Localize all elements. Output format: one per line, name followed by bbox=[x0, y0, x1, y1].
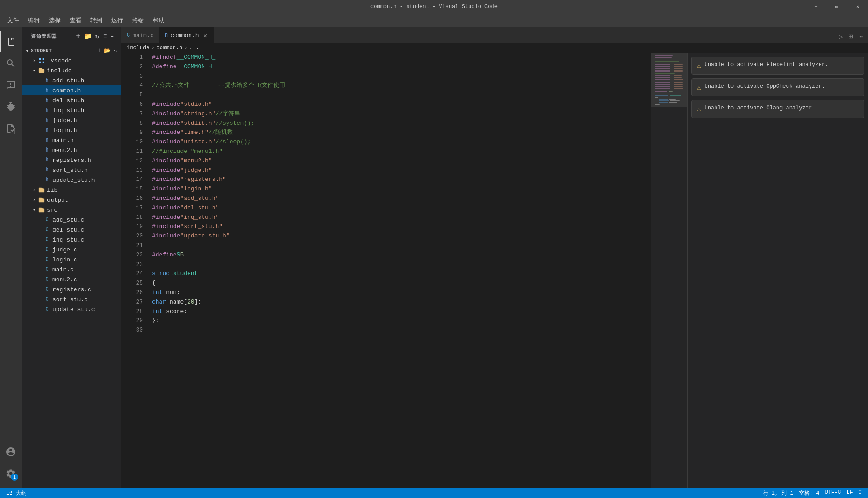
new-file-btn[interactable]: + bbox=[97, 47, 102, 54]
line-num-8: 8 bbox=[121, 119, 143, 128]
tree-item-judge-c[interactable]: C judge.c bbox=[22, 245, 121, 255]
tree-item-label: registers.h bbox=[52, 157, 91, 164]
tree-item-menu2-c[interactable]: C menu2.c bbox=[22, 275, 121, 285]
menu-edit[interactable]: 编辑 bbox=[24, 15, 43, 25]
line-num-20: 20 bbox=[121, 232, 143, 241]
tree-item-main-h[interactable]: h main.h bbox=[22, 135, 121, 145]
tree-item-add-stu-h[interactable]: h add_stu.h bbox=[22, 76, 121, 85]
status-ln-col[interactable]: 行 1, 列 1 bbox=[760, 489, 796, 497]
line-num-11: 11 bbox=[121, 147, 143, 157]
tree-item-label: judge.h bbox=[52, 117, 77, 124]
activity-debug[interactable] bbox=[0, 96, 22, 118]
file-c-icon: C bbox=[43, 256, 51, 263]
new-folder-btn[interactable]: 📂 bbox=[103, 47, 112, 54]
line-num-7: 7 bbox=[121, 109, 143, 119]
tree-item-registers-c[interactable]: C registers.c bbox=[22, 285, 121, 294]
tree-item-menu2-h[interactable]: h menu2.h bbox=[22, 145, 121, 155]
status-git[interactable]: ⎇ 大纲 bbox=[4, 488, 29, 498]
split-editor-button[interactable]: ⊞ bbox=[847, 30, 855, 43]
minimize-button[interactable]: ─ bbox=[806, 0, 826, 14]
minimap bbox=[651, 53, 687, 488]
run-button[interactable]: ▷ bbox=[837, 30, 845, 43]
activity-settings[interactable]: 1 bbox=[0, 463, 22, 484]
code-area[interactable]: #ifndef __COMMON_H_ #define __COMMON_H_ … bbox=[148, 53, 651, 488]
tree-item-label: del_stu.c bbox=[52, 227, 84, 233]
status-spaces[interactable]: 空格: 4 bbox=[796, 489, 822, 497]
tree-item-include[interactable]: ▾ include bbox=[22, 66, 121, 76]
tree-item-inq-stu-c[interactable]: C inq_stu.c bbox=[22, 235, 121, 245]
activity-extensions[interactable] bbox=[0, 118, 22, 139]
close-button[interactable]: ✕ bbox=[847, 0, 868, 14]
tab-close-button[interactable]: ✕ bbox=[202, 32, 209, 39]
file-c-icon: C bbox=[43, 226, 51, 233]
tree-item-registers-h[interactable]: h registers.h bbox=[22, 155, 121, 165]
tree-item-login-h[interactable]: h login.h bbox=[22, 125, 121, 135]
menu-view[interactable]: 查看 bbox=[66, 15, 85, 25]
activity-explorer[interactable] bbox=[0, 31, 22, 52]
line-num-22: 22 bbox=[121, 251, 143, 260]
status-eol[interactable]: LF bbox=[844, 489, 855, 496]
restore-button[interactable]: ▭ bbox=[826, 0, 847, 14]
activity-scm[interactable] bbox=[0, 74, 22, 96]
svg-rect-20 bbox=[655, 81, 670, 81]
settings-badge: 1 bbox=[11, 474, 18, 481]
file-h-icon: h bbox=[43, 107, 51, 114]
status-language[interactable]: C bbox=[856, 489, 864, 496]
tree-item-common-h[interactable]: h common.h bbox=[22, 85, 121, 95]
tree-item-inq-stu-h[interactable]: h inq_stu.h bbox=[22, 105, 121, 115]
menu-terminal[interactable]: 终端 bbox=[128, 15, 147, 25]
line-num-3: 3 bbox=[121, 72, 143, 81]
menu-file[interactable]: 文件 bbox=[4, 15, 23, 25]
tree-item-label: main.c bbox=[52, 266, 74, 273]
tree-item-sort-stu-h[interactable]: h sort_stu.h bbox=[22, 165, 121, 175]
line-num-23: 23 bbox=[121, 260, 143, 270]
notification-cppcheck: ⚠ Unable to activate CppCheck analyzer. bbox=[691, 78, 864, 96]
refresh-btn[interactable]: ↻ bbox=[113, 47, 118, 54]
svg-rect-11 bbox=[655, 71, 670, 72]
tree-item-sort-stu-c[interactable]: C sort_stu.c bbox=[22, 294, 121, 304]
activity-account[interactable] bbox=[0, 441, 22, 463]
menu-help[interactable]: 帮助 bbox=[149, 15, 168, 25]
breadcrumb-common-h[interactable]: common.h bbox=[157, 45, 183, 51]
status-encoding[interactable]: UTF-8 bbox=[822, 489, 844, 496]
tree-item-judge-h[interactable]: h judge.h bbox=[22, 115, 121, 125]
tree-item-add-stu-c[interactable]: C add_stu.c bbox=[22, 215, 121, 225]
line-num-4: 4 bbox=[121, 81, 143, 90]
new-folder-icon[interactable]: 📁 bbox=[83, 32, 93, 41]
chevron-right-icon: › bbox=[31, 198, 38, 203]
code-line-8: #include "stdlib.h"//system(); bbox=[152, 119, 647, 128]
tree-item-update-stu-c[interactable]: C update_stu.c bbox=[22, 304, 121, 314]
more-icon[interactable]: ⋯ bbox=[110, 32, 116, 41]
tree-root-student[interactable]: ▾ STUDENT + 📂 ↻ bbox=[22, 46, 121, 56]
tree-item-label: src bbox=[47, 207, 57, 213]
tree-item-lib[interactable]: › lib bbox=[22, 185, 121, 195]
tree-item-output[interactable]: › output bbox=[22, 195, 121, 205]
line-num-15: 15 bbox=[121, 185, 143, 194]
collapse-icon[interactable]: ≡ bbox=[102, 32, 108, 41]
tree-item-vscode[interactable]: › .vscode bbox=[22, 56, 121, 66]
menu-selection[interactable]: 选择 bbox=[45, 15, 64, 25]
tree-item-src[interactable]: ▾ src bbox=[22, 205, 121, 215]
tree-item-del-stu-c[interactable]: C del_stu.c bbox=[22, 225, 121, 235]
code-line-1: #ifndef __COMMON_H_ bbox=[152, 53, 647, 62]
refresh-icon[interactable]: ↻ bbox=[95, 32, 100, 41]
tab-main-c[interactable]: C main.c bbox=[121, 27, 159, 43]
breadcrumb-ellipsis[interactable]: ... bbox=[189, 45, 199, 51]
notification-flexelint: ⚠ Unable to activate Flexelint analyzer. bbox=[691, 57, 864, 75]
menu-run[interactable]: 运行 bbox=[108, 15, 127, 25]
tree-item-label: login.c bbox=[52, 256, 77, 263]
folder-src-icon bbox=[38, 67, 45, 74]
tree-item-main-c[interactable]: C main.c bbox=[22, 265, 121, 275]
menu-goto[interactable]: 转到 bbox=[87, 15, 106, 25]
tree-item-update-stu-h[interactable]: h update_stu.h bbox=[22, 175, 121, 185]
line-num-19: 19 bbox=[121, 222, 143, 232]
tree-item-del-stu-h[interactable]: h del_stu.h bbox=[22, 95, 121, 105]
new-file-icon[interactable]: + bbox=[76, 32, 81, 41]
tree-item-login-c[interactable]: C login.c bbox=[22, 255, 121, 265]
chevron-down-icon: ▾ bbox=[31, 207, 38, 213]
activity-search[interactable] bbox=[0, 52, 22, 74]
more-actions-button[interactable]: ⋯ bbox=[856, 30, 864, 43]
tab-common-h[interactable]: h common.h ✕ bbox=[159, 27, 214, 43]
breadcrumb-include[interactable]: include bbox=[127, 45, 149, 51]
code-line-2: #define __COMMON_H_ bbox=[152, 62, 647, 72]
